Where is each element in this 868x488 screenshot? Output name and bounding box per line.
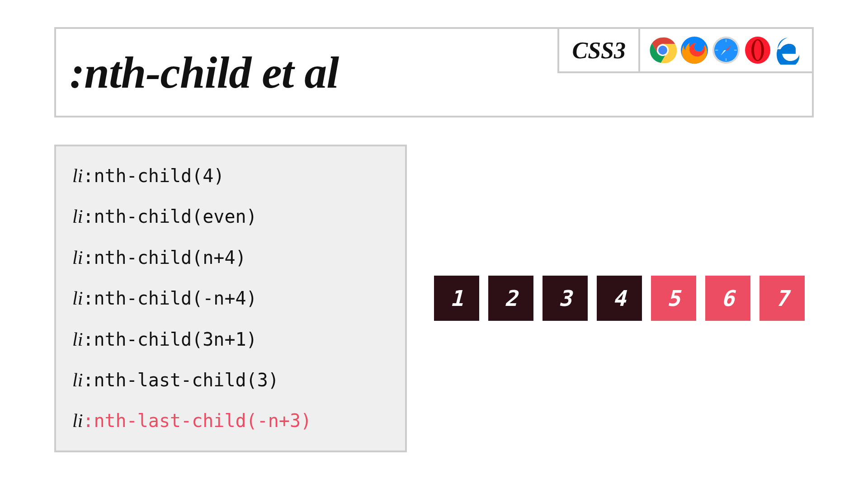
demo-panel: 1 2 3 4 5 6 7	[434, 145, 814, 452]
browser-support	[638, 29, 812, 73]
edge-icon	[775, 36, 804, 65]
code-line: li:nth-child(3n+1)	[72, 328, 389, 351]
firefox-icon	[680, 36, 709, 65]
demo-box: 3	[542, 276, 588, 321]
code-tag: li	[72, 370, 83, 390]
code-line: li:nth-child(4)	[72, 164, 389, 187]
demo-box: 4	[597, 276, 642, 321]
svg-point-14	[754, 40, 761, 60]
demo-box: 5	[651, 276, 696, 321]
code-tag: li	[72, 288, 83, 309]
header-bar: :nth-child et al CSS3	[54, 27, 814, 117]
code-tag: li	[72, 247, 83, 268]
demo-box-label: 1	[450, 286, 463, 311]
demo-box-list: 1 2 3 4 5 6 7	[434, 276, 805, 321]
demo-box: 6	[705, 276, 750, 321]
code-selector: :nth-child(4)	[83, 165, 224, 186]
code-tag: li	[72, 329, 83, 350]
demo-box-label: 4	[613, 286, 626, 311]
slide: :nth-child et al CSS3	[0, 0, 868, 488]
title-cell: :nth-child et al	[56, 29, 557, 116]
demo-box: 7	[760, 276, 805, 321]
code-selector: :nth-child(n+4)	[83, 247, 246, 268]
code-tag: li	[72, 410, 83, 431]
code-selector: :nth-child(even)	[83, 206, 257, 227]
spec-badge: CSS3	[557, 29, 638, 73]
demo-box: 2	[488, 276, 533, 321]
code-listing: li:nth-child(4) li:nth-child(even) li:nt…	[54, 145, 407, 452]
svg-point-2	[658, 46, 667, 55]
opera-icon	[743, 36, 772, 65]
code-line: li:nth-child(-n+4)	[72, 287, 389, 310]
chrome-icon	[648, 36, 677, 65]
code-selector: :nth-last-child(3)	[83, 370, 278, 390]
code-selector: :nth-child(-n+4)	[83, 288, 257, 309]
code-tag: li	[72, 206, 83, 227]
code-line: li:nth-child(n+4)	[72, 246, 389, 269]
slide-title: :nth-child et al	[70, 47, 339, 99]
demo-box-label: 2	[505, 286, 518, 311]
spec-badge-label: CSS3	[572, 37, 626, 64]
demo-box-label: 6	[722, 286, 735, 311]
code-selector: :nth-last-child(-n+3)	[83, 410, 311, 431]
demo-box: 1	[434, 276, 479, 321]
code-line-active: li:nth-last-child(-n+3)	[72, 409, 389, 432]
demo-box-label: 7	[776, 286, 789, 311]
demo-box-label: 3	[559, 286, 572, 311]
demo-box-label: 5	[667, 286, 680, 311]
code-line: li:nth-child(even)	[72, 205, 389, 228]
safari-icon	[712, 36, 741, 65]
code-tag: li	[72, 165, 83, 186]
code-selector: :nth-child(3n+1)	[83, 329, 257, 350]
code-line: li:nth-last-child(3)	[72, 369, 389, 391]
slide-body: li:nth-child(4) li:nth-child(even) li:nt…	[54, 145, 814, 452]
